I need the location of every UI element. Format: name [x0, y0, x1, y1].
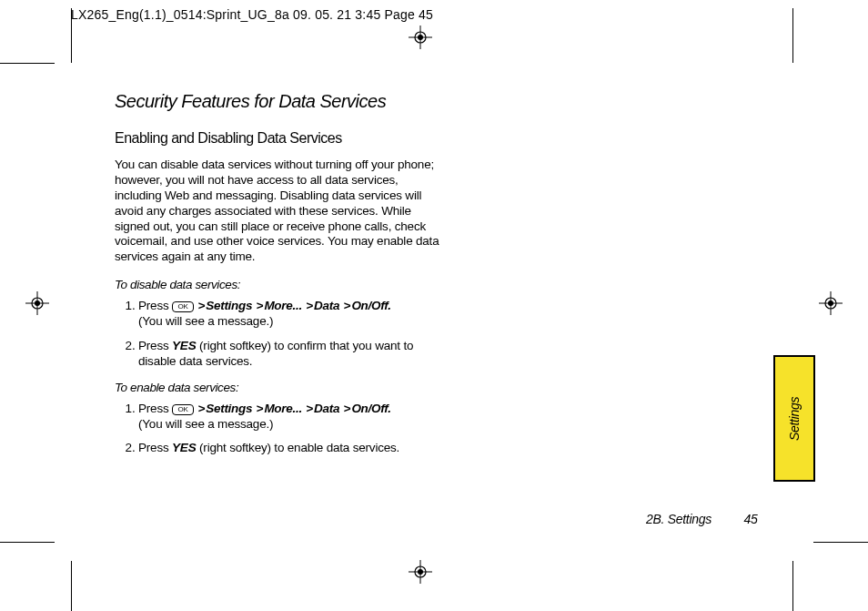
menu-item: Settings	[206, 402, 252, 415]
page-number: 45	[743, 512, 757, 526]
subheading: Enabling and Disabling Data Services	[115, 130, 442, 147]
steps-disable: Press OK >Settings >More... >Data >On/Of…	[115, 299, 442, 370]
step-note: (You will see a message.)	[138, 417, 273, 431]
ok-key-icon: OK	[172, 404, 194, 415]
procedure-heading-enable: To enable data services:	[115, 381, 442, 394]
softkey-label: YES	[172, 441, 196, 454]
menu-item: On/Off.	[351, 299, 390, 312]
step-2: Press YES (right softkey) to confirm tha…	[138, 339, 442, 370]
step-text: Press	[138, 299, 172, 312]
menu-item: More...	[264, 299, 301, 312]
chevron-right-icon: >	[305, 299, 314, 312]
chevron-right-icon: >	[256, 299, 265, 312]
chevron-right-icon: >	[343, 299, 352, 312]
intro-paragraph: You can disable data services without tu…	[115, 158, 442, 265]
page-footer: 2B. Settings 45	[646, 512, 757, 526]
crop-mark	[792, 561, 793, 611]
step-text: Press	[138, 441, 172, 454]
menu-item: Settings	[206, 299, 252, 312]
crop-mark	[0, 63, 55, 64]
section-title: Security Features for Data Services	[115, 91, 442, 112]
crop-mark	[71, 561, 72, 611]
step-note: (You will see a message.)	[138, 314, 273, 328]
step-1: Press OK >Settings >More... >Data >On/Of…	[138, 402, 442, 433]
step-text: Press	[138, 402, 172, 415]
footer-section-label: 2B. Settings	[646, 512, 712, 526]
thumb-tab-label: Settings	[787, 396, 802, 440]
ok-key-icon: OK	[172, 301, 194, 312]
chevron-right-icon: >	[197, 299, 207, 312]
menu-item: Data	[314, 402, 339, 415]
crop-mark	[792, 8, 793, 63]
chevron-right-icon: >	[256, 402, 265, 415]
procedure-heading-disable: To disable data services:	[115, 278, 442, 291]
crop-mark	[0, 542, 55, 543]
softkey-label: YES	[172, 339, 196, 352]
menu-item: More...	[264, 402, 301, 415]
crop-mark	[813, 542, 868, 543]
menu-item: Data	[314, 299, 339, 312]
chevron-right-icon: >	[197, 402, 207, 415]
registration-mark-icon	[25, 291, 49, 315]
step-2: Press YES (right softkey) to enable data…	[138, 441, 442, 456]
chevron-right-icon: >	[343, 402, 352, 415]
page-content: Security Features for Data Services Enab…	[115, 91, 788, 467]
registration-mark-icon	[819, 291, 843, 315]
print-slugline: LX265_Eng(1.1)_0514:Sprint_UG_8a 09. 05.…	[71, 7, 433, 22]
crop-mark	[71, 8, 72, 63]
steps-enable: Press OK >Settings >More... >Data >On/Of…	[115, 402, 442, 457]
step-1: Press OK >Settings >More... >Data >On/Of…	[138, 299, 442, 330]
step-text: (right softkey) to enable data services.	[196, 441, 399, 454]
thumb-tab-settings: Settings	[773, 355, 815, 482]
menu-item: On/Off.	[351, 402, 390, 415]
chevron-right-icon: >	[305, 402, 314, 415]
registration-mark-icon	[409, 25, 432, 49]
registration-mark-icon	[409, 560, 432, 584]
step-text: Press	[138, 339, 172, 352]
